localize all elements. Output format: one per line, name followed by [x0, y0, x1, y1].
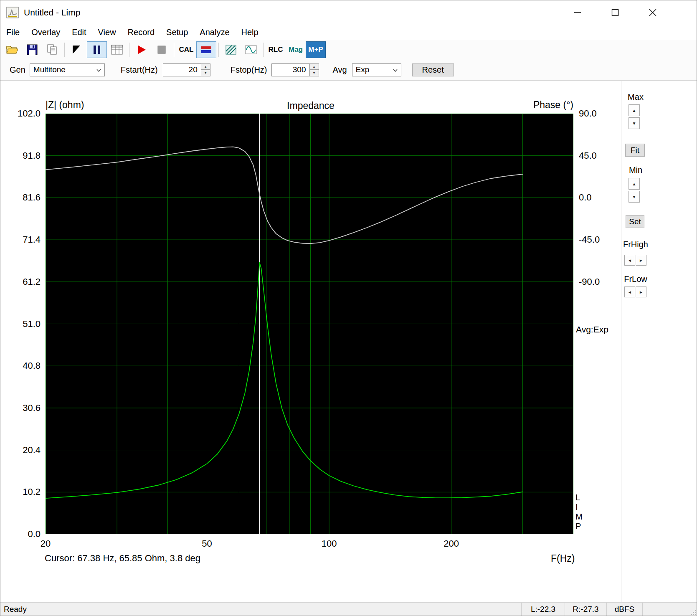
copy-icon: [47, 44, 58, 56]
right-axis-tick-label: 90.0: [579, 108, 618, 119]
status-right-level: R:-27.3: [565, 603, 606, 616]
table-icon: [111, 45, 123, 55]
open-folder-icon: [6, 45, 18, 55]
fstop-up-button[interactable]: ▲: [310, 63, 319, 70]
rlc-button[interactable]: RLC: [266, 41, 286, 58]
left-axis-tick-label: 102.0: [0, 108, 41, 119]
fit-button[interactable]: Fit: [625, 144, 645, 157]
x-axis-title: F(Hz): [551, 553, 575, 564]
min-label: Min: [621, 165, 650, 175]
minimize-button[interactable]: [559, 0, 596, 25]
spectrum-button[interactable]: [221, 41, 241, 58]
avg-label: Avg: [333, 65, 347, 75]
save-button[interactable]: [22, 41, 42, 58]
frhigh-right-button[interactable]: ►: [636, 255, 646, 266]
side-panel: Max ▲ ▼ Fit Min ▲ ▼ Set FrHigh ◄ ► FrLow…: [621, 81, 697, 602]
toolbar-separator: [129, 43, 129, 57]
left-axis-tick-label: 61.2: [0, 276, 41, 287]
chevron-down-icon: [393, 66, 398, 74]
set-button[interactable]: Set: [626, 215, 644, 228]
mag-button[interactable]: Mag: [286, 41, 306, 58]
fstop-down-button[interactable]: ▼: [310, 70, 319, 76]
minimize-icon: [574, 9, 581, 16]
frlow-right-button[interactable]: ►: [636, 286, 646, 297]
main-area: |Z| (ohm) Impedance Phase (°) Avg:Exp L …: [0, 81, 697, 602]
fstop-label: Fstop(Hz): [231, 65, 267, 75]
generator-button[interactable]: [67, 41, 87, 58]
menu-help[interactable]: Help: [236, 26, 264, 39]
fstart-input[interactable]: 20: [163, 63, 201, 76]
avg-combobox-value: Exp: [356, 65, 370, 74]
frhigh-left-button[interactable]: ◄: [624, 255, 635, 266]
left-axis-tick-label: 20.4: [0, 445, 41, 456]
status-unit: dBFS: [606, 603, 642, 616]
gen-label: Gen: [10, 65, 25, 75]
reset-button[interactable]: Reset: [412, 63, 454, 76]
limp-watermark-letter: M: [575, 512, 583, 522]
frlow-label: FrLow: [621, 274, 650, 284]
min-up-button[interactable]: ▲: [629, 178, 640, 190]
resize-grip-icon[interactable]: [687, 603, 697, 616]
fstop-spinner: 300 ▲ ▼: [271, 63, 319, 76]
max-label: Max: [621, 92, 650, 102]
gen-combobox-value: Multitone: [33, 65, 66, 74]
menu-setup[interactable]: Setup: [160, 26, 194, 39]
frhigh-label: FrHigh: [621, 240, 650, 249]
copy-button[interactable]: [42, 41, 62, 58]
toolbar: CAL RLC Mag M+P: [0, 40, 697, 59]
fstart-down-button[interactable]: ▼: [201, 70, 210, 76]
toolbar-separator: [218, 43, 219, 57]
max-up-button[interactable]: ▲: [629, 104, 640, 116]
mp-button[interactable]: M+P: [306, 41, 326, 58]
min-down-button[interactable]: ▼: [629, 191, 640, 203]
maximize-button[interactable]: [596, 0, 634, 25]
fstart-spinner: 20 ▲ ▼: [163, 63, 210, 76]
signal-button[interactable]: [241, 41, 261, 58]
pause-button[interactable]: [87, 41, 107, 58]
limp-watermark-letter: I: [575, 502, 578, 512]
left-axis-tick-label: 10.2: [0, 487, 41, 497]
avg-combobox[interactable]: Exp: [352, 63, 401, 76]
close-icon: [649, 9, 656, 16]
menu-view[interactable]: View: [92, 26, 122, 39]
close-button[interactable]: [634, 0, 672, 25]
save-icon: [27, 44, 38, 55]
toolbar-separator: [64, 43, 65, 57]
chevron-down-icon: [96, 66, 101, 74]
generator-icon: [71, 44, 82, 55]
stop-icon: [157, 45, 166, 54]
open-button[interactable]: [2, 41, 22, 58]
left-axis-tick-label: 30.6: [0, 403, 41, 413]
menu-analyze[interactable]: Analyze: [194, 26, 235, 39]
channel-bars-icon: [201, 46, 212, 54]
table-button[interactable]: [107, 41, 127, 58]
fstop-input[interactable]: 300: [271, 63, 310, 76]
status-left-level: L:-22.3: [521, 603, 565, 616]
max-down-button[interactable]: ▼: [629, 117, 640, 129]
right-axis-tick-label: -45.0: [579, 234, 618, 245]
cal-button[interactable]: CAL: [176, 41, 196, 58]
controls-bar: Gen Multitone Fstart(Hz) 20 ▲ ▼ Fstop(Hz…: [0, 59, 697, 81]
menu-edit[interactable]: Edit: [66, 26, 92, 39]
pause-icon: [92, 45, 101, 55]
frlow-left-button[interactable]: ◄: [624, 286, 635, 297]
stop-button[interactable]: [152, 41, 172, 58]
record-button[interactable]: [132, 41, 152, 58]
impedance-plot[interactable]: [46, 114, 573, 534]
x-axis-tick-label: 100: [312, 538, 346, 549]
left-axis-tick-label: 91.8: [0, 150, 41, 161]
chart-title: Impedance: [0, 100, 621, 112]
menu-overlay[interactable]: Overlay: [25, 26, 66, 39]
toolbar-separator: [263, 43, 264, 57]
status-bar: Ready L:-22.3 R:-27.3 dBFS: [0, 602, 697, 616]
toolbar-separator: [174, 43, 174, 57]
menu-record[interactable]: Record: [122, 26, 160, 39]
limp-watermark-letter: P: [575, 522, 581, 531]
menu-file[interactable]: File: [0, 26, 25, 39]
cursor-readout: Cursor: 67.38 Hz, 65.85 Ohm, 3.8 deg: [45, 553, 200, 564]
limp-watermark-letter: L: [575, 493, 580, 502]
menubar: File Overlay Edit View Record Setup Anal…: [0, 25, 697, 40]
fstart-up-button[interactable]: ▲: [201, 63, 210, 70]
gen-combobox[interactable]: Multitone: [30, 63, 105, 76]
channel-button[interactable]: [196, 41, 216, 58]
